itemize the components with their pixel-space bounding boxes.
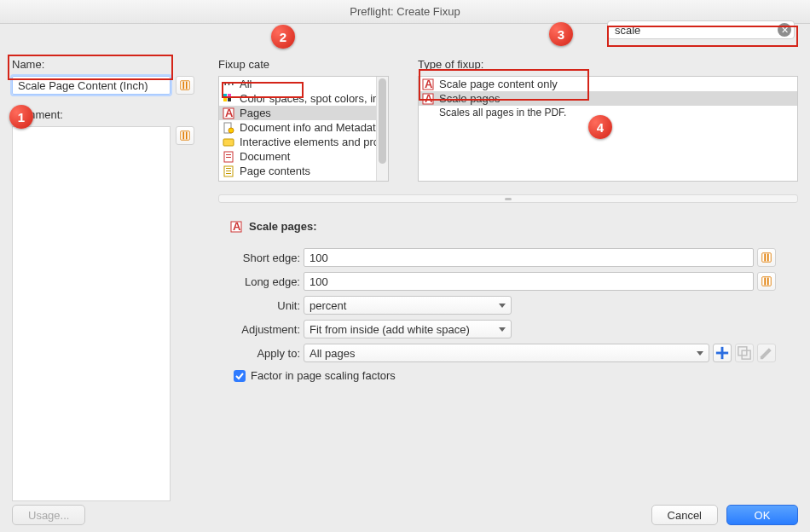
svg-rect-32 <box>762 277 772 286</box>
svg-point-14 <box>229 128 234 133</box>
pdf-icon: A <box>230 221 242 233</box>
list-item[interactable]: Color spaces, spot colors, inks <box>219 91 388 106</box>
doc-info-icon <box>223 122 234 134</box>
svg-text:A: A <box>233 221 241 233</box>
name-input[interactable] <box>12 76 171 95</box>
svg-rect-1 <box>182 82 184 90</box>
svg-rect-22 <box>226 173 231 174</box>
comment-label: Comment: <box>12 108 198 121</box>
checkbox-checked-icon[interactable] <box>234 370 246 382</box>
apply-to-label: Apply to: <box>230 347 300 360</box>
fixup-category-label: Fixup cate <box>218 58 389 71</box>
usage-button[interactable]: Usage... <box>12 505 85 525</box>
category-column: Fixup cate ⋯All Color spaces, spot color… <box>218 58 389 182</box>
color-icon <box>223 93 234 105</box>
apply-to-select[interactable]: All pages <box>304 344 709 362</box>
name-label: Name: <box>12 58 198 71</box>
list-item[interactable]: Page contents <box>219 164 388 178</box>
scrollbar[interactable] <box>376 77 388 181</box>
duplicate-button[interactable] <box>735 344 754 362</box>
settings-panel: A Scale pages: Short edge: Long edge: Un… <box>230 220 776 382</box>
svg-rect-20 <box>226 168 231 169</box>
list-item[interactable]: AScale page content only <box>419 77 797 91</box>
list-item[interactable]: ⋯All <box>219 77 388 91</box>
adjustment-label: Adjustment: <box>230 323 300 336</box>
ok-button[interactable]: OK <box>726 505 798 525</box>
callout-badge: 2 <box>271 25 295 49</box>
list-item[interactable]: Document info and Metadata <box>219 120 388 135</box>
list-item[interactable]: Interactive elements and proper <box>219 135 388 149</box>
svg-rect-30 <box>764 254 766 262</box>
name-variable-icon[interactable] <box>176 76 194 95</box>
callout-badge: 1 <box>9 105 33 129</box>
svg-rect-10 <box>228 98 231 101</box>
left-column: Name: Comment: <box>12 58 198 501</box>
footer: Usage... Cancel OK <box>12 505 798 525</box>
svg-rect-21 <box>226 171 231 171</box>
dots-icon: ⋯ <box>223 78 234 90</box>
factor-checkbox-row[interactable]: Factor in page scaling factors <box>234 369 776 382</box>
callout-badge: 4 <box>588 115 612 139</box>
svg-rect-9 <box>223 98 227 101</box>
add-button[interactable] <box>713 344 732 362</box>
list-item[interactable]: APages <box>219 106 388 120</box>
svg-rect-17 <box>226 154 231 155</box>
long-edge-input[interactable] <box>304 272 754 291</box>
pdf-icon: A <box>422 93 434 105</box>
edit-button[interactable] <box>757 344 776 362</box>
factor-checkbox-label: Factor in page scaling factors <box>251 369 396 382</box>
pdf-icon: A <box>422 78 434 90</box>
unit-label: Unit: <box>230 299 300 312</box>
svg-rect-29 <box>762 253 772 263</box>
svg-rect-8 <box>228 94 231 97</box>
svg-rect-33 <box>764 278 766 286</box>
list-item[interactable]: Document <box>219 149 388 164</box>
settings-heading: A Scale pages: <box>230 220 776 233</box>
cancel-button[interactable]: Cancel <box>651 505 718 525</box>
category-list[interactable]: ⋯All Color spaces, spot colors, inks APa… <box>218 76 389 182</box>
svg-rect-7 <box>223 94 227 97</box>
svg-rect-0 <box>181 81 190 90</box>
long-edge-label: Long edge: <box>230 275 300 288</box>
short-edge-input[interactable] <box>304 248 754 267</box>
search-wrap: ✕ <box>607 20 795 39</box>
callout-badge: 3 <box>549 22 573 46</box>
svg-rect-34 <box>767 278 769 286</box>
svg-rect-18 <box>226 157 231 158</box>
long-edge-variable-icon[interactable] <box>757 272 776 291</box>
svg-text:A: A <box>425 78 433 90</box>
svg-rect-36 <box>716 352 728 355</box>
svg-rect-15 <box>223 139 234 146</box>
list-item[interactable]: AScale pages <box>419 91 797 106</box>
dialog-content: Name: Comment: Fixup cate ⋯All Color spa… <box>0 24 810 532</box>
svg-text:A: A <box>425 93 433 105</box>
svg-rect-5 <box>186 132 188 140</box>
comment-variable-icon[interactable] <box>176 126 194 145</box>
svg-rect-31 <box>767 254 769 262</box>
search-input[interactable] <box>607 20 795 39</box>
pdf-icon: A <box>223 107 234 119</box>
svg-rect-3 <box>181 131 190 141</box>
document-icon <box>223 151 234 163</box>
splitter-handle[interactable] <box>218 194 798 203</box>
adjustment-select[interactable]: Fit from inside (add white space) <box>304 320 512 338</box>
type-of-fixup-label: Type of fixup: <box>418 58 798 71</box>
clear-search-icon[interactable]: ✕ <box>778 23 791 37</box>
interactive-icon <box>223 136 234 148</box>
unit-select[interactable]: percent <box>304 296 512 315</box>
comment-textarea[interactable] <box>12 126 171 501</box>
svg-rect-2 <box>186 82 188 90</box>
short-edge-variable-icon[interactable] <box>757 248 776 267</box>
page-contents-icon <box>223 165 234 177</box>
svg-text:A: A <box>225 107 234 119</box>
svg-rect-4 <box>182 132 184 140</box>
short-edge-label: Short edge: <box>230 252 300 264</box>
